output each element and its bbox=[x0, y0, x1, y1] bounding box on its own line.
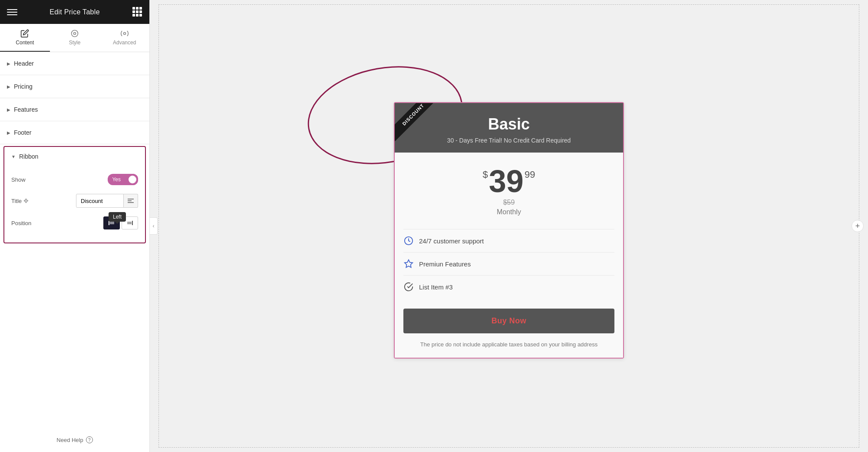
price-section: $ 39 99 $59 Monthly bbox=[403, 166, 614, 216]
accordion-features-item: ▶ Features bbox=[0, 98, 149, 121]
help-icon: ? bbox=[86, 436, 93, 443]
add-right-section-button[interactable]: + bbox=[851, 220, 864, 232]
tab-advanced-label: Advanced bbox=[113, 40, 136, 46]
accordion-list: ▶ Header ▶ Pricing ▶ Features ▶ Footer bbox=[0, 52, 149, 428]
accordion-pricing-toggle[interactable]: ▶ Pricing bbox=[0, 75, 149, 98]
ribbon-title-input-group: Left bbox=[76, 194, 138, 208]
toggle-knob bbox=[129, 176, 136, 183]
main-content: ‹ + + DISCOUNT Basic 30 - Days Free Tria… bbox=[150, 0, 868, 452]
price-card: DISCOUNT Basic 30 - Days Free Trial! No … bbox=[394, 102, 624, 359]
tab-advanced[interactable]: Advanced bbox=[99, 24, 149, 52]
chevron-right-icon-2: ▶ bbox=[7, 84, 10, 89]
clock-icon bbox=[403, 236, 414, 246]
toggle-knob-area bbox=[125, 174, 138, 185]
ribbon-show-row: Show Yes bbox=[11, 170, 138, 189]
price-currency: $ bbox=[483, 169, 488, 180]
left-panel: Edit Price Table Content Style bbox=[0, 0, 150, 452]
svg-point-0 bbox=[72, 30, 78, 37]
price-cents: 99 bbox=[525, 169, 535, 180]
align-icon bbox=[127, 197, 134, 204]
ribbon-badge: DISCOUNT bbox=[395, 103, 438, 146]
accordion-footer-item: ▶ Footer bbox=[0, 121, 149, 144]
accordion-ribbon-label: Ribbon bbox=[19, 153, 38, 160]
check-circle-icon bbox=[403, 282, 414, 292]
tooltip-left: Left bbox=[109, 212, 126, 222]
tab-style-label: Style bbox=[69, 40, 81, 46]
need-help[interactable]: Need Help ? bbox=[0, 428, 149, 452]
feature-text-3: List Item #3 bbox=[419, 283, 453, 291]
ribbon-title-label: Title ✥ bbox=[11, 197, 37, 204]
chevron-right-icon-4: ▶ bbox=[7, 130, 10, 135]
tab-content-label: Content bbox=[16, 40, 34, 46]
tab-bar: Content Style Advanced bbox=[0, 24, 149, 52]
tab-style[interactable]: Style bbox=[50, 24, 100, 52]
price-card-wrapper: DISCOUNT Basic 30 - Days Free Trial! No … bbox=[394, 102, 624, 359]
card-body: $ 39 99 $59 Monthly bbox=[395, 153, 623, 358]
accordion-pricing-label: Pricing bbox=[14, 83, 33, 90]
style-icon bbox=[70, 29, 79, 38]
accordion-header-toggle[interactable]: ▶ Header bbox=[0, 52, 149, 75]
ribbon-show-controls: Yes bbox=[108, 174, 138, 185]
svg-rect-7 bbox=[110, 222, 114, 224]
tab-content[interactable]: Content bbox=[0, 24, 50, 52]
panel-header: Edit Price Table bbox=[0, 0, 149, 24]
svg-point-1 bbox=[74, 33, 76, 35]
ribbon-section: ▼ Ribbon Show Yes bbox=[3, 146, 146, 243]
svg-rect-8 bbox=[132, 221, 133, 225]
advanced-icon bbox=[120, 29, 129, 38]
price-main: $ 39 99 bbox=[403, 166, 614, 197]
collapse-panel-handle[interactable]: ‹ bbox=[150, 217, 158, 235]
ribbon-title-row: Title ✥ Left bbox=[11, 189, 138, 212]
accordion-features-label: Features bbox=[14, 106, 38, 113]
ribbon-position-label: Position bbox=[11, 220, 46, 226]
original-price: $59 bbox=[403, 199, 614, 206]
position-right-icon bbox=[126, 219, 133, 226]
list-item: List Item #3 bbox=[403, 275, 614, 298]
chevron-right-icon-3: ▶ bbox=[7, 107, 10, 112]
accordion-pricing-item: ▶ Pricing bbox=[0, 75, 149, 98]
star-icon bbox=[403, 259, 414, 269]
price-period: Monthly bbox=[403, 208, 614, 216]
card-footer-text: The price do not include applicable taxe… bbox=[403, 340, 614, 349]
move-icon: ✥ bbox=[23, 197, 29, 204]
card-header: DISCOUNT Basic 30 - Days Free Trial! No … bbox=[395, 103, 623, 153]
price-amount: 39 bbox=[489, 166, 524, 197]
svg-rect-9 bbox=[127, 222, 132, 224]
feature-text-2: Premiun Features bbox=[419, 260, 471, 268]
ribbon-badge-text: DISCOUNT bbox=[395, 103, 435, 141]
accordion-ribbon-toggle[interactable]: ▼ Ribbon bbox=[4, 147, 145, 166]
need-help-text: Need Help bbox=[56, 437, 83, 443]
svg-point-2 bbox=[123, 33, 125, 35]
feature-text-1: 24/7 customer support bbox=[419, 237, 484, 245]
chevron-down-icon: ▼ bbox=[11, 154, 16, 159]
accordion-footer-label: Footer bbox=[14, 129, 31, 136]
list-item: Premiun Features bbox=[403, 252, 614, 275]
ribbon-show-toggle[interactable]: Yes bbox=[108, 174, 138, 185]
accordion-header-label: Header bbox=[14, 60, 34, 67]
svg-marker-11 bbox=[405, 260, 413, 267]
text-align-button[interactable] bbox=[124, 194, 138, 208]
pencil-icon bbox=[20, 29, 29, 38]
accordion-header-item: ▶ Header bbox=[0, 52, 149, 75]
buy-now-button[interactable]: Buy Now bbox=[403, 309, 614, 333]
panel-title: Edit Price Table bbox=[50, 8, 100, 16]
buy-now-label: Buy Now bbox=[492, 316, 527, 325]
ribbon-content: Show Yes Title ✥ bbox=[4, 166, 145, 243]
ribbon-show-label: Show bbox=[11, 176, 46, 183]
grid-menu-icon[interactable] bbox=[132, 7, 142, 17]
accordion-features-toggle[interactable]: ▶ Features bbox=[0, 98, 149, 121]
toggle-yes-text: Yes bbox=[108, 176, 125, 183]
hamburger-menu-icon[interactable] bbox=[7, 7, 17, 17]
list-item: 24/7 customer support bbox=[403, 229, 614, 252]
feature-list: 24/7 customer support Premiun Features bbox=[403, 229, 614, 298]
chevron-right-icon: ▶ bbox=[7, 61, 10, 66]
ribbon-title-input[interactable] bbox=[76, 194, 124, 208]
accordion-footer-toggle[interactable]: ▶ Footer bbox=[0, 121, 149, 144]
